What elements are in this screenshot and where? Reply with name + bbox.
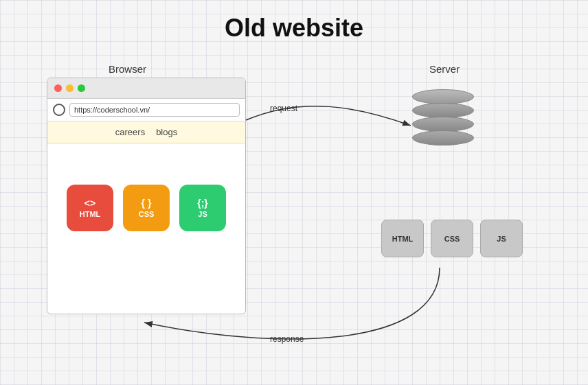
response-label: response xyxy=(270,334,304,344)
js-card: {;} JS xyxy=(179,185,226,231)
close-dot xyxy=(54,84,62,92)
css-card: { } CSS xyxy=(123,185,170,231)
html-symbol: <> xyxy=(84,198,95,209)
minimize-dot xyxy=(66,84,74,92)
server-label: Server xyxy=(429,63,460,75)
css-label: CSS xyxy=(139,210,155,218)
nav-bar: careers blogs xyxy=(47,121,245,143)
server-html-file: HTML xyxy=(381,220,424,257)
browser-addressbar: https://coderschool.vn/ xyxy=(47,99,245,121)
db-disk-1 xyxy=(412,103,474,118)
page-title: Old website xyxy=(0,14,588,43)
js-label: JS xyxy=(198,210,207,218)
server-js-file: JS xyxy=(480,220,523,257)
refresh-icon xyxy=(53,104,65,116)
server-files: HTML CSS JS xyxy=(381,220,523,257)
html-card: <> HTML xyxy=(67,185,113,231)
server-css-file: CSS xyxy=(431,220,473,257)
js-symbol: {;} xyxy=(197,198,208,209)
maximize-dot xyxy=(78,84,85,92)
browser-window: https://coderschool.vn/ careers blogs <>… xyxy=(47,78,246,314)
browser-label: Browser xyxy=(109,63,146,75)
css-symbol: { } xyxy=(142,198,152,209)
url-bar[interactable]: https://coderschool.vn/ xyxy=(69,103,240,117)
nav-blogs[interactable]: blogs xyxy=(156,127,177,137)
browser-titlebar xyxy=(47,78,245,99)
db-top xyxy=(412,89,474,104)
html-label: HTML xyxy=(80,210,101,218)
database xyxy=(412,89,474,145)
browser-content: <> HTML { } CSS {;} JS xyxy=(47,171,245,245)
db-disk-2 xyxy=(412,117,474,132)
db-disk-3 xyxy=(412,130,474,145)
request-label: request xyxy=(270,104,297,113)
nav-careers[interactable]: careers xyxy=(115,127,145,137)
